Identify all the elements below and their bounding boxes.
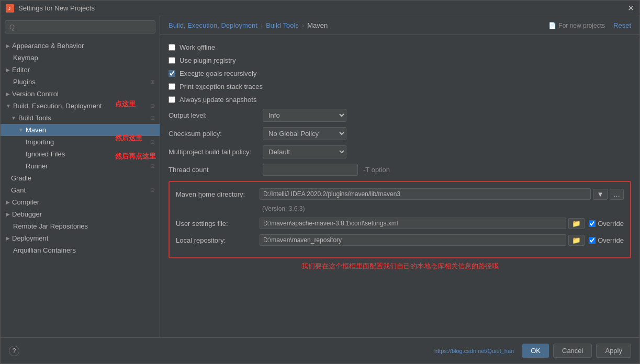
breadcrumb-part2[interactable]: Build Tools xyxy=(266,21,299,29)
sidebar-item-compiler[interactable]: ▶ Compiler xyxy=(1,196,160,208)
sidebar-item-ignored-files[interactable]: Ignored Files ⊡ xyxy=(1,148,160,160)
breadcrumb-sep2: › xyxy=(302,21,304,29)
local-repo-label: Local repository: xyxy=(176,236,260,244)
sidebar-item-keymap[interactable]: Keymap xyxy=(1,52,160,64)
t-option-label: -T option xyxy=(363,166,390,174)
close-button[interactable]: ✕ xyxy=(627,3,634,13)
breadcrumb-bar: Build, Execution, Deployment › Build Too… xyxy=(160,16,639,35)
dialog-buttons: OK Cancel Apply xyxy=(522,344,631,358)
expand-icon: ▼ xyxy=(6,103,11,109)
right-panel: Build, Execution, Deployment › Build Too… xyxy=(160,16,639,337)
apply-button[interactable]: Apply xyxy=(596,344,631,358)
sidebar-item-label: Editor xyxy=(12,66,154,74)
multiproject-fail-row: Multiproject build fail policy: Default … xyxy=(169,145,631,158)
output-level-label: Output level: xyxy=(169,111,263,119)
local-repo-browse-btn[interactable]: 📁 xyxy=(568,235,585,246)
bottom-annotation: 我们要在这个框框里面配置我们自己的本地仓库相关信息的路径哦 xyxy=(169,258,631,274)
local-repo-input[interactable] xyxy=(260,234,566,246)
user-settings-input[interactable] xyxy=(260,218,566,229)
sidebar-item-deployment[interactable]: ▶ Deployment xyxy=(1,232,160,244)
sidebar-item-appearance[interactable]: ▶ Appearance & Behavior xyxy=(1,40,160,52)
checksum-policy-row: Checksum policy: No Global Policy Fail W… xyxy=(169,127,631,140)
maven-home-input[interactable] xyxy=(260,188,591,200)
sidebar-item-gradle[interactable]: Gradle xyxy=(1,172,160,184)
work-offline-label: Work offline xyxy=(179,43,215,51)
checksum-policy-select[interactable]: No Global Policy Fail Warn Ignore xyxy=(263,127,346,140)
maven-home-row: Maven home directory: ▼ … xyxy=(176,188,624,200)
sidebar-item-version-control[interactable]: ▶ Version Control xyxy=(1,88,160,100)
expand-icon: ▶ xyxy=(6,43,10,49)
sidebar-item-plugins[interactable]: Plugins ⊞ xyxy=(1,76,160,88)
use-plugin-registry-row: Use plugin registry xyxy=(169,56,631,64)
settings-window: J Settings for New Projects ✕ ▶ Appearan… xyxy=(0,0,640,364)
sidebar-item-debugger[interactable]: ▶ Debugger xyxy=(1,208,160,220)
bottom-bar: ? https://blog.csdn.net/Quiet_han OK Can… xyxy=(1,337,639,363)
breadcrumb: Build, Execution, Deployment › Build Too… xyxy=(169,21,328,29)
multiproject-fail-select[interactable]: Default At End Never Always xyxy=(263,145,346,158)
override-settings-label: Override xyxy=(598,220,624,228)
sidebar-item-label: Build Tools xyxy=(18,114,150,122)
breadcrumb-sep1: › xyxy=(261,21,263,29)
user-settings-override: Override xyxy=(589,220,624,228)
window-title: Settings for New Projects xyxy=(18,4,627,12)
sidebar-item-arquillian[interactable]: Arquillian Containers xyxy=(1,244,160,256)
help-button[interactable]: ? xyxy=(9,346,19,356)
sidebar-item-label: Compiler xyxy=(12,198,154,206)
sidebar-tree: ▶ Appearance & Behavior Keymap ▶ Editor … xyxy=(1,38,160,337)
sidebar-item-label: Gant xyxy=(11,186,150,194)
page-icon: ⊡ xyxy=(150,139,154,145)
local-repo-override-checkbox[interactable] xyxy=(589,237,596,244)
sidebar-item-label: Arquillian Containers xyxy=(6,246,154,254)
page-icon: ⊡ xyxy=(150,187,154,193)
sidebar-item-build-tools[interactable]: ▼ Build Tools ⊡ xyxy=(1,112,160,124)
expand-icon: ▼ xyxy=(11,115,16,121)
use-plugin-registry-label: Use plugin registry xyxy=(179,56,236,64)
breadcrumb-part3: Maven xyxy=(307,21,328,29)
user-settings-label: User settings file: xyxy=(176,220,260,228)
sidebar-item-editor[interactable]: ▶ Editor xyxy=(1,64,160,76)
breadcrumb-part1[interactable]: Build, Execution, Deployment xyxy=(169,21,257,29)
sidebar-item-importing[interactable]: Importing ⊡ xyxy=(1,136,160,148)
print-exception-checkbox[interactable] xyxy=(169,83,175,90)
always-update-label: Always update snapshots xyxy=(179,96,256,104)
for-new-projects: 📄 For new projects xyxy=(548,22,605,29)
always-update-row: Always update snapshots xyxy=(169,96,631,104)
maven-home-browse-btn[interactable]: … xyxy=(610,189,624,200)
output-level-select[interactable]: Debug Info Warning Error xyxy=(263,109,346,122)
page-icon: ⊡ xyxy=(150,115,154,121)
use-plugin-registry-checkbox[interactable] xyxy=(169,57,175,64)
user-settings-browse-btn[interactable]: 📁 xyxy=(568,218,585,229)
cancel-button[interactable]: Cancel xyxy=(553,344,592,358)
main-content: ▶ Appearance & Behavior Keymap ▶ Editor … xyxy=(1,16,639,337)
thread-count-input[interactable] xyxy=(263,164,358,176)
sidebar-item-label: Keymap xyxy=(6,54,154,62)
reset-button[interactable]: Reset xyxy=(613,21,631,29)
search-input[interactable] xyxy=(5,20,155,33)
output-level-row: Output level: Debug Info Warning Error xyxy=(169,109,631,122)
document-icon: 📄 xyxy=(548,22,556,29)
print-exception-row: Print exception stack traces xyxy=(169,83,631,90)
sidebar-item-remote-jar[interactable]: Remote Jar Repositories xyxy=(1,220,160,232)
sidebar-item-runner[interactable]: Runner ⊡ xyxy=(1,160,160,172)
sidebar-item-maven[interactable]: ▼ Maven ⊡ xyxy=(1,124,160,136)
sidebar-item-gant[interactable]: Gant ⊡ xyxy=(1,184,160,196)
expand-icon: ▼ xyxy=(18,127,24,133)
ok-button[interactable]: OK xyxy=(522,344,549,358)
local-repo-row: Local repository: 📁 Override xyxy=(176,234,624,246)
user-settings-override-checkbox[interactable] xyxy=(589,220,596,227)
sidebar-item-label: Runner xyxy=(26,162,150,170)
execute-goals-checkbox[interactable] xyxy=(169,70,175,77)
always-update-checkbox[interactable] xyxy=(169,96,175,103)
work-offline-row: Work offline xyxy=(169,43,631,51)
work-offline-checkbox[interactable] xyxy=(169,44,175,51)
maven-home-dropdown-btn[interactable]: ▼ xyxy=(593,189,607,200)
expand-icon: ▶ xyxy=(6,91,10,97)
checksum-policy-label: Checksum policy: xyxy=(169,130,263,138)
maven-version: (Version: 3.6.3) xyxy=(176,205,624,212)
page-icon: ⊡ xyxy=(150,163,154,169)
execute-goals-row: Execute goals recursively xyxy=(169,70,631,77)
sidebar-item-build-execution[interactable]: ▼ Build, Execution, Deployment ⊡ xyxy=(1,100,160,112)
local-repo-override: Override xyxy=(589,236,624,244)
expand-icon: ▶ xyxy=(6,199,10,205)
sidebar-item-label: Appearance & Behavior xyxy=(12,42,154,50)
